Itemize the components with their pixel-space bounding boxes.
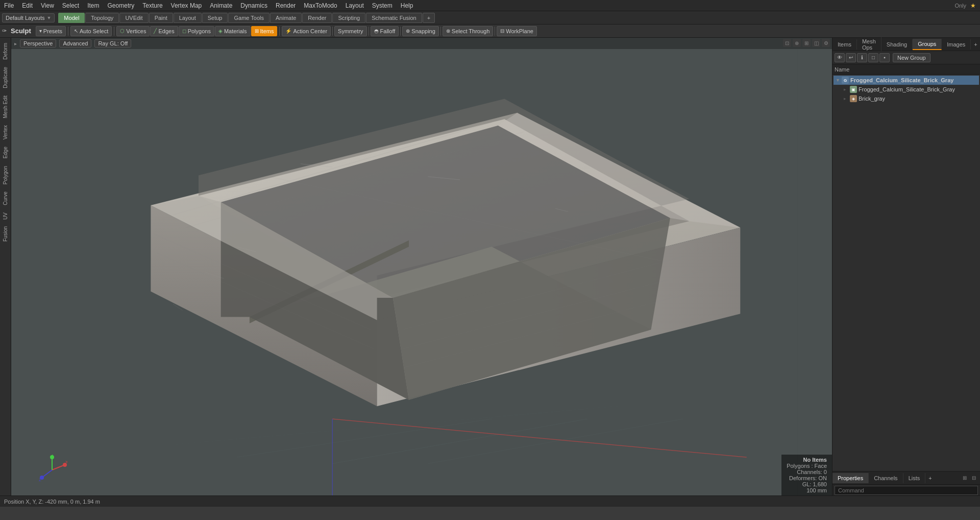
menu-vertex-map[interactable]: Vertex Map <box>167 1 206 10</box>
tab-add[interactable]: + <box>423 13 435 23</box>
menu-maxtomodo[interactable]: MaxToModo <box>300 1 341 10</box>
menu-item[interactable]: Item <box>83 1 103 10</box>
viewport-expand-icon[interactable]: ▸ <box>14 41 17 46</box>
right-tab-groups[interactable]: Groups <box>913 39 942 50</box>
sidebar-tab-duplicate[interactable]: Duplicate <box>1 64 10 91</box>
auto-select-button[interactable]: ↖ Auto Select <box>70 26 112 36</box>
menu-edit[interactable]: Edit <box>18 1 37 10</box>
tree-item-group1[interactable]: ▼ G Frogged_Calcium_Silicate_Brick_Gray <box>834 76 979 85</box>
right-toolbar: 👁 ↩ ℹ □ ▪ New Group <box>832 51 980 64</box>
br-tab-properties[interactable]: Properties <box>832 473 869 483</box>
tab-schematic-fusion[interactable]: Schematic Fusion <box>366 13 422 23</box>
dropdown-icon: ▼ <box>46 15 51 20</box>
viewport-raygl-btn[interactable]: Ray GL: Off <box>94 39 131 48</box>
rt-arrow-btn[interactable]: ↩ <box>846 53 856 62</box>
axis-widget: X Y Z <box>37 455 67 485</box>
vertices-button[interactable]: ⬡ Vertices <box>116 26 150 36</box>
tree-label-mat1: Brick_gray <box>859 96 977 102</box>
tab-render[interactable]: Render <box>302 13 332 23</box>
polygons-button[interactable]: ◻ Polygons <box>179 26 214 36</box>
items-button[interactable]: ⊞ Items <box>251 26 278 36</box>
materials-icon: ◈ <box>218 28 223 34</box>
layout-selector[interactable]: Default Layouts ▼ <box>2 13 55 22</box>
viewport-perspective-btn[interactable]: Perspective <box>20 39 56 48</box>
menu-geometry[interactable]: Geometry <box>104 1 139 10</box>
menu-animate[interactable]: Animate <box>206 1 236 10</box>
rt-eye-btn[interactable]: 👁 <box>835 53 845 62</box>
rt-info-btn[interactable]: ℹ <box>857 53 867 62</box>
mode-bar: ✑ Sculpt ▾ Presets ↖ Auto Select ⬡ Verti… <box>0 25 980 38</box>
select-through-button[interactable]: ⊗ Select Through <box>443 26 493 36</box>
menu-texture[interactable]: Texture <box>138 1 166 10</box>
no-items-label: No Items <box>787 457 827 463</box>
sidebar-tab-fusion[interactable]: Fusion <box>1 223 10 245</box>
tree-item-mat1[interactable]: ▸ ◈ Brick_gray <box>834 94 979 103</box>
right-tab-more[interactable]: + <box>971 39 980 50</box>
viewport-header: ▸ Perspective Advanced Ray GL: Off <box>11 38 832 49</box>
sidebar-tab-edge[interactable]: Edge <box>1 144 10 161</box>
new-group-button[interactable]: New Group <box>893 53 930 62</box>
symmetry-button[interactable]: Symmetry <box>334 26 367 36</box>
edges-icon: ╱ <box>154 28 157 34</box>
tree-label-group1: Frogged_Calcium_Silicate_Brick_Gray <box>850 77 977 83</box>
tab-layout[interactable]: Layout <box>174 13 202 23</box>
tab-model[interactable]: Model <box>58 13 85 23</box>
layout-tabs: Default Layouts ▼ Model Topology UVEdit … <box>0 11 980 25</box>
tab-uvedit[interactable]: UVEdit <box>119 13 148 23</box>
mat-icon-mat1: ◈ <box>850 95 857 102</box>
snapping-icon: ⊕ <box>406 28 410 34</box>
rt-square1-btn[interactable]: □ <box>868 53 878 62</box>
br-collapse-icon[interactable]: ⊟ <box>970 474 978 482</box>
menu-help[interactable]: Help <box>397 1 418 10</box>
menu-select[interactable]: Select <box>58 1 83 10</box>
right-tab-images[interactable]: Images <box>942 39 971 50</box>
sidebar-tab-mesh-edit[interactable]: Mesh Edit <box>1 92 10 121</box>
viewport-advanced-btn[interactable]: Advanced <box>59 39 91 48</box>
right-tab-shading[interactable]: Shading <box>881 39 913 50</box>
bottom-right-tabs: Properties Channels Lists + ⊞ ⊟ <box>832 471 980 484</box>
right-tab-items[interactable]: Items <box>832 39 857 50</box>
falloff-button[interactable]: ◓ Falloff <box>371 26 399 36</box>
tab-topology[interactable]: Topology <box>85 13 119 23</box>
tab-game-tools[interactable]: Game Tools <box>228 13 270 23</box>
falloff-label: Falloff <box>380 28 396 34</box>
tab-paint[interactable]: Paint <box>149 13 173 23</box>
presets-button[interactable]: ▾ Presets <box>36 26 66 36</box>
menu-view[interactable]: View <box>37 1 58 10</box>
viewport[interactable]: ▸ Perspective Advanced Ray GL: Off ⊡ ⊕ ⊞… <box>11 38 832 495</box>
br-expand-icon[interactable]: ⊞ <box>961 474 969 482</box>
right-tab-mesh-ops[interactable]: Mesh Ops <box>857 36 881 53</box>
menu-system[interactable]: System <box>368 1 397 10</box>
menu-layout[interactable]: Layout <box>341 1 368 10</box>
workplane-button[interactable]: ⊟ WorkPlane <box>497 26 537 36</box>
command-input[interactable] <box>835 486 978 495</box>
auto-select-label: Auto Select <box>80 28 108 34</box>
br-tab-channels[interactable]: Channels <box>869 473 903 483</box>
sidebar-tab-curve[interactable]: Curve <box>1 188 10 208</box>
menu-dynamics[interactable]: Dynamics <box>236 1 272 10</box>
sidebar-tab-deform[interactable]: Deform <box>1 40 10 63</box>
tab-animate[interactable]: Animate <box>270 13 302 23</box>
tree-item-mesh1[interactable]: ▸ ▣ Frogged_Calcium_Silicate_Brick_Gray <box>834 85 979 94</box>
br-icons: ⊞ ⊟ <box>961 474 980 482</box>
br-add-tab[interactable]: + <box>925 473 935 483</box>
tab-scripting[interactable]: Scripting <box>332 13 365 23</box>
left-sidebar: Deform Duplicate Mesh Edit Vertex Edge P… <box>0 38 11 495</box>
snapping-button[interactable]: ⊕ Snapping <box>402 26 439 36</box>
presets-label: Presets <box>43 28 62 34</box>
menu-render[interactable]: Render <box>272 1 300 10</box>
materials-button[interactable]: ◈ Materials <box>215 26 251 36</box>
br-tab-lists[interactable]: Lists <box>903 473 926 483</box>
sidebar-tab-uv[interactable]: UV <box>1 209 10 223</box>
tab-setup[interactable]: Setup <box>202 13 228 23</box>
svg-text:Z: Z <box>39 478 41 482</box>
action-center-button[interactable]: ⚡ Action Center <box>282 26 331 36</box>
menu-file[interactable]: File <box>0 1 18 10</box>
select-through-icon: ⊗ <box>446 28 450 34</box>
rt-square2-btn[interactable]: ▪ <box>879 53 890 62</box>
sidebar-tab-polygon[interactable]: Polygon <box>1 163 10 187</box>
edges-button[interactable]: ╱ Edges <box>150 26 178 36</box>
right-column-header: Name <box>832 64 980 75</box>
vertices-icon: ⬡ <box>120 28 125 34</box>
sidebar-tab-vertex[interactable]: Vertex <box>1 122 10 143</box>
